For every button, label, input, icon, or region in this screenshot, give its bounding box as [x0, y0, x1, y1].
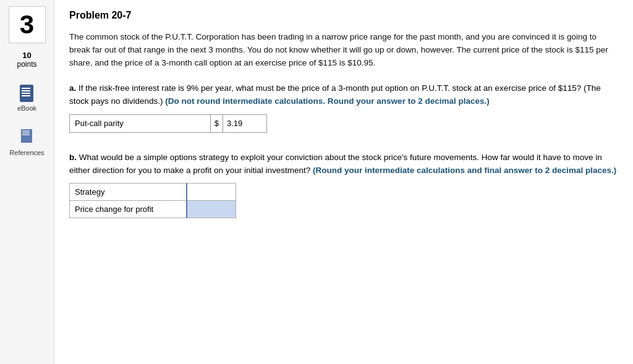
problem-description: The common stock of the P.U.T.T. Corpora…: [69, 31, 618, 70]
put-call-parity-value[interactable]: 3.19: [223, 115, 266, 132]
part-a-text: a. If the risk-free interest rate is 9% …: [69, 82, 618, 108]
strategy-table: Strategy Price change for profit: [69, 183, 236, 218]
references-icon: [18, 129, 35, 146]
part-b-text: b. What would be a simple options strate…: [69, 151, 618, 177]
strategy-header-col1: Strategy: [70, 184, 187, 201]
part-b-label: b.: [69, 153, 77, 162]
table-row: Price change for profit: [70, 201, 236, 218]
sidebar: 3 10 points eBook References: [0, 0, 54, 364]
part-b-instruction: (Round your intermediate calculations an…: [313, 166, 616, 175]
references-label: References: [9, 149, 44, 156]
put-call-parity-label: Put-call parity: [70, 115, 211, 132]
price-change-label: Price change for profit: [70, 201, 187, 218]
problem-title: Problem 20-7: [69, 10, 618, 21]
put-call-parity-row: Put-call parity $ 3.19: [69, 114, 267, 133]
part-a: a. If the risk-free interest rate is 9% …: [69, 82, 618, 133]
strategy-table-header: Strategy: [70, 184, 236, 201]
ebook-icon: [18, 85, 35, 102]
points-value: 10: [17, 51, 36, 60]
points-label: points: [17, 60, 36, 69]
dollar-sign: $: [211, 115, 223, 132]
problem-number-box: 3: [9, 6, 46, 43]
price-change-value[interactable]: [187, 201, 236, 218]
strategy-header-col2: [187, 184, 236, 201]
sidebar-item-references[interactable]: References: [6, 125, 48, 160]
ebook-label: eBook: [17, 104, 36, 112]
part-a-instruction: (Do not round intermediate calculations.…: [165, 96, 489, 106]
problem-number: 3: [20, 10, 34, 40]
main-content: Problem 20-7 The common stock of the P.U…: [54, 0, 633, 364]
points-box: 10 points: [17, 51, 36, 69]
part-b: b. What would be a simple options strate…: [69, 151, 618, 219]
sidebar-item-ebook[interactable]: eBook: [14, 81, 40, 116]
part-a-label: a.: [69, 83, 76, 93]
